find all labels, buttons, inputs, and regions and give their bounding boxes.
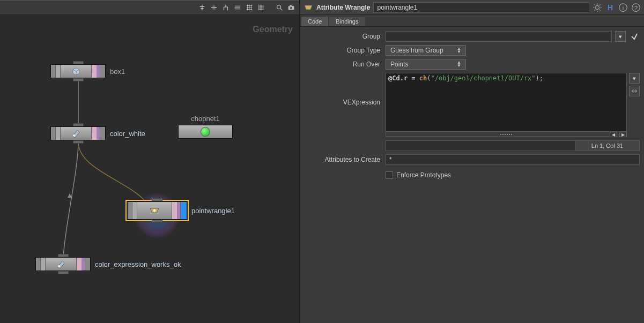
- run-over-label: Run Over: [305, 61, 382, 68]
- node-color-white[interactable]: color_white: [50, 126, 145, 140]
- group-type-dropdown[interactable]: Guess from Group ▲▼: [386, 45, 466, 56]
- enforce-proto-label: Enforce Prototypes: [396, 171, 451, 179]
- color-icon: [55, 258, 68, 270]
- node-box1[interactable]: box1: [50, 64, 125, 78]
- houdini-icon[interactable]: H: [605, 3, 615, 12]
- parameter-pane: Attribute Wrangle H i ? Code Bindings Gr…: [300, 0, 644, 323]
- network-view[interactable]: Geometry: [0, 15, 299, 323]
- nav-prev-icon[interactable]: ◀: [610, 132, 617, 137]
- svg-point-2: [290, 7, 292, 9]
- group-input[interactable]: [386, 31, 612, 42]
- group-select-icon[interactable]: [629, 31, 640, 42]
- node-pointwrangle1[interactable]: pointwrangle1: [127, 201, 235, 220]
- svg-text:?: ?: [634, 4, 638, 11]
- svg-point-5: [153, 209, 156, 212]
- zoom-icon[interactable]: [275, 3, 284, 12]
- param-tabs: Code Bindings: [300, 15, 644, 27]
- node-type-icon: [304, 3, 313, 12]
- svg-text:i: i: [623, 4, 624, 11]
- context-label: Geometry: [253, 25, 293, 34]
- align-horizontal-icon[interactable]: [209, 3, 219, 12]
- chevron-updown-icon: ▲▼: [457, 61, 461, 67]
- camera-icon[interactable]: [286, 3, 296, 12]
- svg-rect-3: [290, 5, 292, 6]
- svg-point-7: [596, 5, 599, 9]
- vex-preset-btn[interactable]: ▾: [629, 73, 640, 84]
- attrs-create-input[interactable]: [386, 154, 640, 165]
- node-label: color_expression_works_ok: [95, 260, 181, 268]
- run-over-dropdown[interactable]: Points ▲▼: [386, 59, 466, 70]
- svg-point-4: [73, 134, 75, 137]
- info-icon[interactable]: i: [618, 3, 628, 12]
- node-label: color_white: [110, 130, 145, 138]
- chevron-updown-icon: ▲▼: [457, 47, 461, 54]
- network-toolbar: [0, 0, 299, 15]
- group-label: Group: [305, 33, 382, 40]
- node-chopnet1[interactable]: chopnet1: [178, 115, 233, 139]
- node-label: box1: [110, 67, 125, 76]
- layout-tree-icon[interactable]: [221, 3, 231, 12]
- help-icon[interactable]: ?: [631, 3, 641, 12]
- align-center-icon[interactable]: [197, 3, 207, 12]
- snap-horizontal-icon[interactable]: [233, 3, 242, 12]
- enforce-proto-checkbox[interactable]: [386, 171, 393, 179]
- grid-small-icon[interactable]: [245, 3, 254, 12]
- param-header: Attribute Wrangle H i ?: [300, 0, 644, 15]
- run-over-value: Points: [390, 61, 408, 68]
- nav-next-icon[interactable]: ▶: [619, 132, 627, 137]
- tab-code[interactable]: Code: [301, 17, 328, 26]
- group-type-label: Group Type: [305, 47, 382, 54]
- attrs-create-label: Attributes to Create: [305, 156, 382, 163]
- node-type-title: Attribute Wrangle: [316, 4, 370, 11]
- network-pane: Geometry: [0, 0, 300, 323]
- chopnet-icon: [201, 127, 210, 137]
- param-body: Group ▾ Group Type Guess from Group ▲▼ R…: [300, 27, 644, 186]
- tab-bindings[interactable]: Bindings: [329, 17, 365, 26]
- group-type-value: Guess from Group: [390, 47, 443, 54]
- node-label: chopnet1: [178, 115, 233, 123]
- grid-large-icon[interactable]: [256, 3, 266, 12]
- node-name-input[interactable]: [373, 2, 589, 13]
- vex-expand-btn[interactable]: [629, 86, 640, 96]
- group-dropdown-btn[interactable]: ▾: [615, 31, 626, 42]
- vex-code-editor[interactable]: @Cd.r = ch("/obj/geo1/chopnet1/OUT/rx");: [386, 73, 627, 132]
- svg-point-6: [58, 265, 60, 267]
- gear-icon[interactable]: [593, 3, 602, 12]
- node-label: pointwrangle1: [191, 207, 235, 215]
- wrangle-icon: [148, 205, 161, 216]
- color-icon: [70, 127, 83, 139]
- vex-label: VEXpression: [305, 73, 382, 106]
- box-icon: [70, 65, 83, 77]
- vex-search-input[interactable]: [386, 140, 575, 151]
- line-col-indicator: Ln 1, Col 31: [575, 140, 640, 151]
- svg-point-0: [277, 5, 281, 9]
- node-color-expression[interactable]: color_expression_works_ok: [35, 257, 181, 271]
